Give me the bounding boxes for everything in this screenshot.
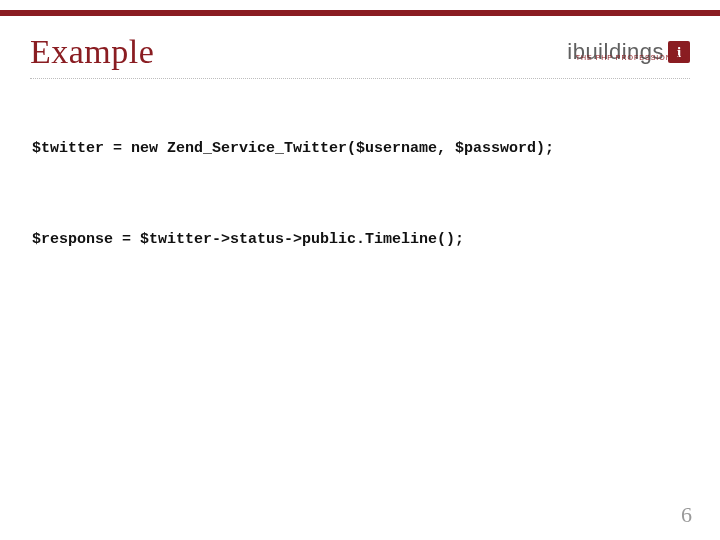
slide-header: Example ibuildings i	[30, 28, 690, 76]
code-line-1: $twitter = new Zend_Service_Twitter($use…	[32, 138, 688, 159]
brand-tagline: THE PHP PROFESSIONALS	[576, 54, 688, 61]
slide: Example ibuildings i THE PHP PROFESSIONA…	[0, 0, 720, 540]
code-content: $twitter = new Zend_Service_Twitter($use…	[32, 96, 688, 320]
brand-logo-text: ibuildings	[567, 39, 664, 65]
slide-title: Example	[30, 33, 154, 71]
brand-logo: ibuildings i	[567, 39, 690, 65]
page-number: 6	[681, 502, 692, 528]
top-accent-bar	[0, 10, 720, 16]
code-line-2: $response = $twitter->status->public.Tim…	[32, 229, 688, 250]
divider	[30, 78, 690, 79]
